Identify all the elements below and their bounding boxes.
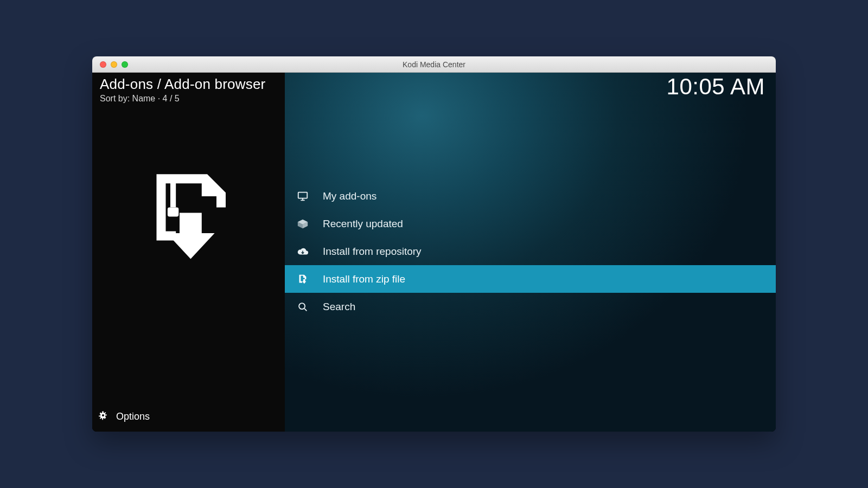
content-area: Add-ons / Add-on browser Sort by: Name ·… <box>92 73 776 432</box>
svg-rect-0 <box>170 176 176 208</box>
menu-item-label: Install from zip file <box>323 273 405 285</box>
options-button[interactable]: Options <box>92 401 285 432</box>
app-window: Kodi Media Center Add-ons / Add-on brows… <box>92 56 776 432</box>
monitor-icon <box>297 190 309 202</box>
menu-item-label: Recently updated <box>323 218 403 230</box>
addon-browser-menu: My add-ons Recently updated <box>285 182 776 320</box>
menu-item-search[interactable]: Search <box>285 293 776 320</box>
main-panel: 10:05 AM My add-ons <box>285 73 776 432</box>
options-icon <box>98 410 108 423</box>
window-title: Kodi Media Center <box>92 60 776 69</box>
minimize-window-button[interactable] <box>111 61 117 68</box>
list-position: 4 / 5 <box>163 94 180 103</box>
svg-rect-1 <box>167 208 178 217</box>
menu-item-label: Search <box>323 301 355 313</box>
menu-item-recently-updated[interactable]: Recently updated <box>285 210 776 237</box>
cloud-download-icon <box>297 246 309 258</box>
close-window-button[interactable] <box>100 61 106 68</box>
sort-divider: · <box>155 94 162 103</box>
zip-download-icon <box>297 273 309 285</box>
sidebar-hero-icon-wrap <box>92 104 285 401</box>
open-box-icon <box>297 218 309 230</box>
breadcrumb: Add-ons / Add-on browser <box>92 76 285 93</box>
sort-value: Name <box>132 94 156 103</box>
traffic-lights <box>92 61 128 68</box>
sort-prefix: Sort by: <box>100 94 132 103</box>
svg-point-3 <box>299 303 305 309</box>
menu-item-install-from-zip[interactable]: Install from zip file <box>285 265 776 293</box>
options-label: Options <box>116 411 150 422</box>
search-icon <box>297 301 309 313</box>
sidebar: Add-ons / Add-on browser Sort by: Name ·… <box>92 73 285 432</box>
zoom-window-button[interactable] <box>122 61 128 68</box>
clock: 10:05 AM <box>667 74 765 100</box>
sort-summary[interactable]: Sort by: Name · 4 / 5 <box>92 93 285 104</box>
menu-item-label: My add-ons <box>323 190 376 202</box>
menu-item-my-addons[interactable]: My add-ons <box>285 182 776 210</box>
window-titlebar: Kodi Media Center <box>92 56 776 73</box>
svg-rect-2 <box>298 192 308 198</box>
menu-item-install-from-repository[interactable]: Install from repository <box>285 237 776 265</box>
zip-download-icon <box>143 169 235 261</box>
menu-item-label: Install from repository <box>323 246 422 258</box>
